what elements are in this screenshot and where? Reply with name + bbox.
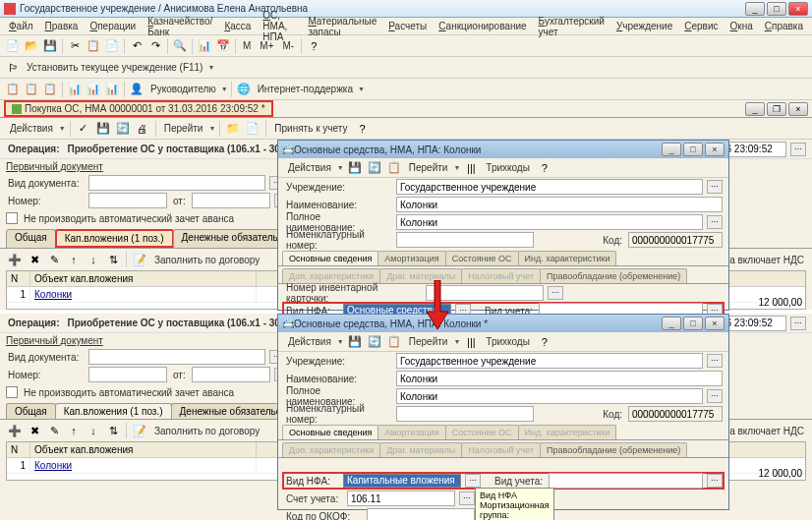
p2-refresh[interactable]: 🔄 bbox=[366, 333, 383, 351]
menu-file[interactable]: Файл bbox=[4, 20, 38, 32]
accept-button[interactable]: Принять к учету bbox=[270, 123, 351, 134]
close-button[interactable]: × bbox=[788, 2, 808, 16]
p1-inst-pick[interactable]: ⋯ bbox=[707, 180, 723, 194]
tab2-kap[interactable]: Кап.вложения (1 поз.) bbox=[55, 403, 172, 419]
p2-nom-i[interactable] bbox=[396, 406, 534, 422]
ot2-input[interactable] bbox=[192, 367, 270, 382]
p2-help[interactable]: ? bbox=[536, 333, 553, 351]
cell-obj[interactable]: Колонки bbox=[30, 287, 257, 302]
p2-st-state[interactable]: Состояние ОС bbox=[445, 425, 519, 439]
menu-operations[interactable]: Операции bbox=[85, 20, 141, 32]
p2-st-right[interactable]: Правообладание (обременение) bbox=[540, 442, 687, 457]
menu-os[interactable]: ОС, НМА, НПА bbox=[258, 9, 301, 43]
tab2-general[interactable]: Общая bbox=[6, 403, 56, 419]
p2-inst-i[interactable] bbox=[396, 353, 703, 369]
open-icon[interactable]: 📂 bbox=[23, 37, 40, 55]
p2-bar[interactable]: ||| bbox=[462, 333, 480, 351]
p1-subtab-right[interactable]: Правообладание (обременение) bbox=[540, 268, 687, 283]
panel1-close[interactable]: × bbox=[705, 143, 725, 156]
p1-barcode-icon[interactable]: ||| bbox=[462, 159, 480, 177]
flag-icon[interactable]: 🏳 bbox=[4, 59, 22, 77]
p2-name-i[interactable] bbox=[396, 371, 723, 386]
p1-help-icon[interactable]: ? bbox=[536, 159, 553, 177]
fill2-icon[interactable]: 📝 bbox=[131, 422, 148, 439]
add-row-icon[interactable]: ➕ bbox=[6, 251, 24, 268]
head-icon[interactable]: 👤 bbox=[128, 81, 145, 98]
doc-close[interactable]: × bbox=[788, 102, 808, 116]
undo-icon[interactable]: ↶ bbox=[128, 37, 145, 55]
p1-subtab-tax[interactable]: Налоговый учет bbox=[461, 268, 541, 283]
tab-general[interactable]: Общая bbox=[6, 229, 56, 248]
p1-subtab-ind[interactable]: Инд. характеристики bbox=[518, 251, 617, 265]
p1-inst-input[interactable] bbox=[396, 179, 703, 195]
panel1-tricodes[interactable]: Трихкоды bbox=[482, 162, 534, 173]
p1-subtab-dop[interactable]: Доп. характеристики bbox=[282, 268, 380, 283]
p2-inst-p[interactable]: ⋯ bbox=[707, 354, 723, 368]
save-icon[interactable]: 💾 bbox=[41, 37, 59, 55]
p2-max[interactable]: □ bbox=[683, 317, 703, 330]
p2-okof-i[interactable] bbox=[367, 508, 475, 520]
sort2[interactable]: ⇅ bbox=[104, 422, 122, 439]
menu-service[interactable]: Сервис bbox=[679, 20, 723, 32]
goto-link[interactable]: Перейти bbox=[160, 123, 207, 134]
up-icon[interactable]: ↑ bbox=[65, 251, 83, 268]
calendar-icon[interactable]: 📅 bbox=[214, 37, 232, 55]
ot-date-input[interactable] bbox=[192, 193, 270, 208]
no-offset-checkbox[interactable] bbox=[6, 212, 18, 224]
doc-restore[interactable]: ❐ bbox=[767, 102, 786, 116]
menu-institution[interactable]: Учреждение bbox=[611, 20, 677, 32]
panel1-actions[interactable]: Действия bbox=[284, 162, 335, 173]
down2[interactable]: ↓ bbox=[85, 422, 102, 439]
p2-full-i[interactable] bbox=[396, 388, 703, 404]
p2-list[interactable]: 📋 bbox=[385, 333, 403, 351]
p2-vidnfa-p[interactable]: ⋯ bbox=[465, 474, 481, 488]
panel1-max[interactable]: □ bbox=[683, 143, 703, 156]
panel1-go[interactable]: Перейти bbox=[405, 162, 452, 173]
p2-viduch-i[interactable] bbox=[549, 473, 703, 489]
date-picker-button[interactable]: ⋯ bbox=[790, 143, 806, 156]
p2-tri[interactable]: Трихкоды bbox=[482, 336, 534, 347]
post-icon[interactable]: ✓ bbox=[75, 120, 92, 138]
document-tab[interactable]: Покупка ОС, НМА 00000001 от 31.03.2016 2… bbox=[4, 100, 273, 117]
p2-st-amort[interactable]: Амортизация bbox=[377, 425, 445, 439]
p1-full-pick[interactable]: ⋯ bbox=[707, 215, 723, 229]
chk2[interactable] bbox=[6, 386, 18, 398]
del-row-icon[interactable]: ✖ bbox=[26, 251, 43, 268]
fill-icon[interactable]: 📝 bbox=[131, 251, 148, 268]
p1-subtab-amort[interactable]: Амортизация bbox=[377, 251, 445, 265]
menu-cash[interactable]: Касса bbox=[219, 20, 256, 32]
cut-icon[interactable]: ✂ bbox=[66, 37, 84, 55]
p2-go[interactable]: Перейти bbox=[405, 336, 452, 347]
tree-icon[interactable]: 📁 bbox=[224, 120, 242, 138]
p2-acc-i[interactable] bbox=[347, 491, 455, 506]
edit-row-icon[interactable]: ✎ bbox=[45, 251, 63, 268]
head-link[interactable]: Руководителю bbox=[146, 84, 220, 94]
p2-st-main[interactable]: Основные сведения bbox=[282, 425, 378, 439]
redo-icon[interactable]: ↷ bbox=[146, 37, 164, 55]
dt2-input[interactable] bbox=[88, 349, 265, 365]
p2-st-ind[interactable]: Инд. характеристики bbox=[518, 425, 617, 439]
actions-dropdown[interactable]: Действия bbox=[6, 123, 57, 134]
fill2[interactable]: Заполнить по договору bbox=[150, 426, 263, 436]
doc-minimize[interactable]: _ bbox=[745, 102, 765, 116]
doc-icon2[interactable]: 📄 bbox=[244, 120, 261, 138]
p2-vidnfa-i[interactable]: Капитальные вложения bbox=[343, 474, 461, 488]
p2-st-drag[interactable]: Драг. материалы bbox=[379, 442, 462, 457]
number-input[interactable] bbox=[88, 193, 167, 208]
copy-icon[interactable]: 📋 bbox=[85, 37, 102, 55]
p1-list-icon[interactable]: 📋 bbox=[385, 159, 403, 177]
num2-input[interactable] bbox=[88, 367, 167, 382]
menu-materials[interactable]: Материальные запасы bbox=[303, 15, 381, 38]
print-icon[interactable]: 🖨 bbox=[134, 120, 151, 138]
minimize-button[interactable]: _ bbox=[745, 2, 765, 16]
p2-full-p[interactable]: ⋯ bbox=[707, 389, 723, 403]
p2-acc-p[interactable]: ⋯ bbox=[459, 491, 475, 505]
menu-calc[interactable]: Расчеты bbox=[383, 20, 432, 32]
p2-st-dop[interactable]: Доп. характеристики bbox=[282, 442, 380, 457]
p1-fullname-input[interactable] bbox=[396, 214, 703, 230]
p2-actions[interactable]: Действия bbox=[284, 336, 335, 347]
cell2-obj[interactable]: Колонки bbox=[30, 458, 257, 473]
p1-subtab-main[interactable]: Основные сведения bbox=[282, 251, 378, 265]
save-icon-2[interactable]: 💾 bbox=[94, 120, 112, 138]
fill-button[interactable]: Заполнить по договору bbox=[150, 255, 263, 265]
